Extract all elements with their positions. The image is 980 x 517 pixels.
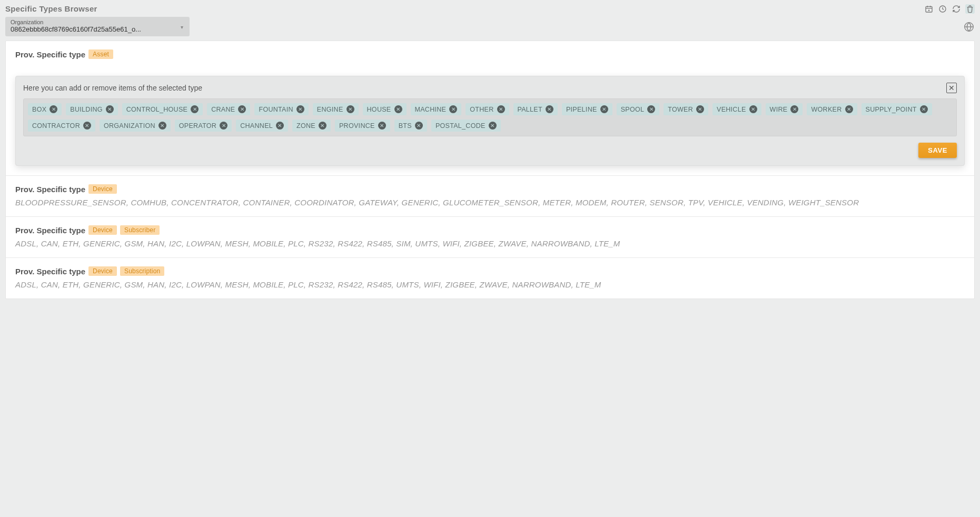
calendar-add-icon[interactable] xyxy=(924,4,934,14)
svg-rect-0 xyxy=(926,6,932,12)
remove-chip-icon[interactable]: ✕ xyxy=(449,105,457,113)
page-title: Specific Types Browser xyxy=(5,4,97,13)
chip-label: CHANNEL xyxy=(240,122,273,130)
remove-chip-icon[interactable]: ✕ xyxy=(106,105,114,113)
chip-label: WIRE xyxy=(770,106,788,113)
remove-chip-icon[interactable]: ✕ xyxy=(319,122,326,130)
items-list: ADSL, CAN, ETH, GENERIC, GSM, HAN, I2C, … xyxy=(15,280,965,289)
chip-label: MACHINE xyxy=(415,106,447,113)
section-header[interactable]: Prov. Specific typeDeviceSubscriber xyxy=(15,225,965,235)
type-badge: Asset xyxy=(88,49,113,59)
remove-chip-icon[interactable]: ✕ xyxy=(50,105,57,113)
chip: OTHER✕ xyxy=(466,103,509,115)
refresh-icon[interactable] xyxy=(952,4,961,14)
items-list: ADSL, CAN, ETH, GENERIC, GSM, HAN, I2C, … xyxy=(15,239,965,248)
chip-label: PROVINCE xyxy=(339,122,375,130)
editor-hint: Here you can add or remove items of the … xyxy=(23,84,202,92)
chips-area[interactable]: BOX✕BUILDING✕CONTROL_HOUSE✕CRANE✕FOUNTAI… xyxy=(23,98,957,136)
chip-label: OTHER xyxy=(470,106,493,113)
trash-icon[interactable] xyxy=(965,4,975,14)
chip-label: BTS xyxy=(399,122,412,130)
remove-chip-icon[interactable]: ✕ xyxy=(347,105,354,113)
section-header[interactable]: Prov. Specific typeAsset xyxy=(15,49,965,59)
globe-icon[interactable] xyxy=(963,21,975,33)
chip-label: POSTAL_CODE xyxy=(435,122,486,130)
chip: CONTROL_HOUSE✕ xyxy=(122,103,203,115)
main-content: Prov. Specific typeAssetHere you can add… xyxy=(5,41,975,299)
section-title: Prov. Specific type xyxy=(15,267,85,276)
remove-chip-icon[interactable]: ✕ xyxy=(191,105,199,113)
remove-chip-icon[interactable]: ✕ xyxy=(394,105,402,113)
chip-label: BUILDING xyxy=(70,106,102,113)
type-badge: Device xyxy=(88,225,117,235)
chip-label: PIPELINE xyxy=(566,106,597,113)
chip-label: CONTRACTOR xyxy=(32,122,80,130)
type-section: Prov. Specific typeDeviceSubscriberADSL,… xyxy=(6,217,974,258)
chip-label: ZONE xyxy=(296,122,315,130)
editor-hint-row: Here you can add or remove items of the … xyxy=(23,83,957,98)
chip: BTS✕ xyxy=(394,120,427,132)
section-title: Prov. Specific type xyxy=(15,226,85,235)
save-button[interactable]: SAVE xyxy=(918,143,957,158)
remove-chip-icon[interactable]: ✕ xyxy=(83,122,91,130)
clock-icon[interactable] xyxy=(938,4,947,14)
remove-chip-icon[interactable]: ✕ xyxy=(159,122,166,130)
remove-chip-icon[interactable]: ✕ xyxy=(296,105,304,113)
remove-chip-icon[interactable]: ✕ xyxy=(696,105,704,113)
chip-label: ORGANIZATION xyxy=(104,122,155,130)
chip: WORKER✕ xyxy=(807,103,857,115)
remove-chip-icon[interactable]: ✕ xyxy=(497,105,505,113)
remove-chip-icon[interactable]: ✕ xyxy=(489,122,497,130)
organization-value: 0862ebbb68cf8769c6160f7d25a55e61_o... xyxy=(11,25,169,33)
chip: POSTAL_CODE✕ xyxy=(431,120,501,132)
section-title: Prov. Specific type xyxy=(15,185,85,194)
remove-chip-icon[interactable]: ✕ xyxy=(276,122,284,130)
remove-chip-icon[interactable]: ✕ xyxy=(647,105,655,113)
chip: FOUNTAIN✕ xyxy=(254,103,308,115)
header-icons xyxy=(924,4,975,14)
chip-label: FOUNTAIN xyxy=(259,106,293,113)
chip-label: CONTROL_HOUSE xyxy=(126,106,187,113)
chip: HOUSE✕ xyxy=(363,103,407,115)
chip: SUPPLY_POINT✕ xyxy=(862,103,932,115)
chip: PIPELINE✕ xyxy=(562,103,612,115)
type-badge: Subscriber xyxy=(120,225,160,235)
remove-chip-icon[interactable]: ✕ xyxy=(415,122,423,130)
type-section: Prov. Specific typeDeviceSubscriptionADS… xyxy=(6,258,974,299)
chip-label: SUPPLY_POINT xyxy=(866,106,917,113)
remove-chip-icon[interactable]: ✕ xyxy=(920,105,928,113)
type-section: Prov. Specific typeDeviceBLOODPRESSURE_S… xyxy=(6,176,974,217)
remove-chip-icon[interactable]: ✕ xyxy=(600,105,608,113)
organization-selector[interactable]: Organization 0862ebbb68cf8769c6160f7d25a… xyxy=(5,17,190,36)
remove-chip-icon[interactable]: ✕ xyxy=(546,105,553,113)
chip-label: CRANE xyxy=(211,106,235,113)
remove-chip-icon[interactable]: ✕ xyxy=(790,105,798,113)
chip: CRANE✕ xyxy=(207,103,250,115)
chip: VEHICLE✕ xyxy=(712,103,761,115)
section-header[interactable]: Prov. Specific typeDeviceSubscription xyxy=(15,266,965,276)
chip: BOX✕ xyxy=(28,103,62,115)
close-icon[interactable]: ✕ xyxy=(946,83,957,93)
chip: MACHINE✕ xyxy=(411,103,462,115)
chip: ZONE✕ xyxy=(292,120,331,132)
chip-label: TOWER xyxy=(668,106,693,113)
chip: PALLET✕ xyxy=(513,103,558,115)
remove-chip-icon[interactable]: ✕ xyxy=(378,122,386,130)
remove-chip-icon[interactable]: ✕ xyxy=(238,105,246,113)
chip-label: OPERATOR xyxy=(179,122,216,130)
remove-chip-icon[interactable]: ✕ xyxy=(845,105,853,113)
remove-chip-icon[interactable]: ✕ xyxy=(220,122,227,130)
chip-label: VEHICLE xyxy=(717,106,746,113)
type-badge: Subscription xyxy=(120,266,164,276)
organization-label: Organization xyxy=(11,19,184,25)
chip-label: SPOOL xyxy=(621,106,645,113)
section-header[interactable]: Prov. Specific typeDevice xyxy=(15,184,965,194)
save-row: SAVE xyxy=(23,143,957,158)
chip-label: HOUSE xyxy=(367,106,391,113)
chevron-down-icon: ▾ xyxy=(181,24,183,29)
chip: BUILDING✕ xyxy=(66,103,117,115)
editor-panel: Here you can add or remove items of the … xyxy=(15,76,965,166)
chip: SPOOL✕ xyxy=(617,103,660,115)
chip-label: BOX xyxy=(32,106,46,113)
remove-chip-icon[interactable]: ✕ xyxy=(749,105,757,113)
